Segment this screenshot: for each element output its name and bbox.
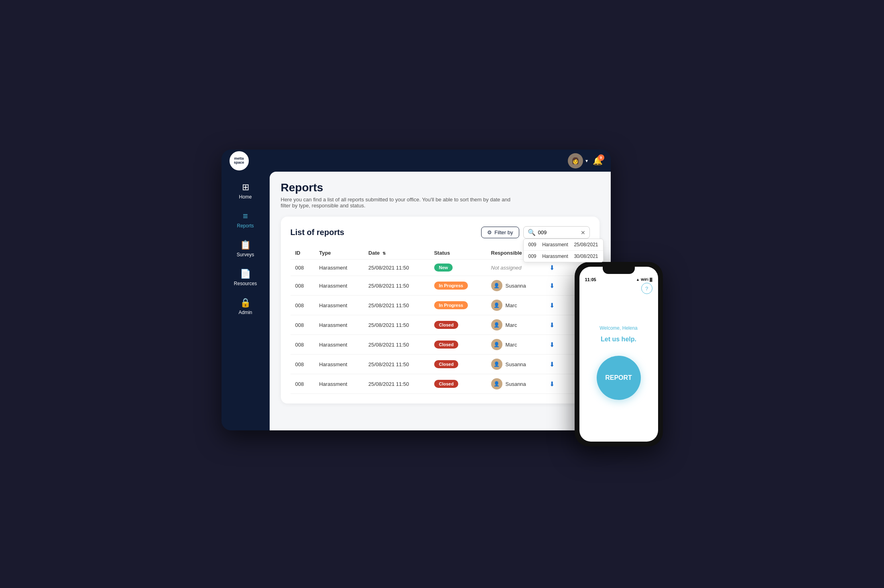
sidebar-item-resources[interactable]: 📄 Resources <box>228 265 264 290</box>
sidebar-item-admin[interactable]: 🔒 Admin <box>228 294 264 319</box>
phone: 11:05 ▲ WiFi ▓ ? Welcome, Helena Let us … <box>575 262 663 446</box>
responsible-name: Susanna <box>506 361 526 367</box>
phone-notch <box>603 267 635 274</box>
sidebar-item-reports[interactable]: ≡ Reports <box>228 207 264 233</box>
cell-id: 008 <box>291 296 315 315</box>
page-description: Here you can find a list of all reports … <box>281 197 514 209</box>
table-row[interactable]: 008 Harassment 25/08/2021 11:50 In Progr… <box>291 296 590 315</box>
main-content: Reports Here you can find a list of all … <box>270 172 611 430</box>
report-button[interactable]: REPORT <box>597 356 641 400</box>
status-badge: Closed <box>434 341 459 349</box>
sidebar-label-resources: Resources <box>234 281 257 286</box>
cell-status: Closed <box>429 374 486 394</box>
phone-main: Welcome, Helena Let us help. REPORT <box>579 284 658 442</box>
phone-headline: Let us help. <box>601 336 636 343</box>
filter-icon: ⚙ <box>487 229 492 235</box>
responsible-name: Marc <box>506 322 517 328</box>
surveys-icon: 📋 <box>240 240 251 250</box>
sidebar-label-home: Home <box>239 194 252 200</box>
download-icon[interactable]: ⬇ <box>549 282 555 289</box>
avatar: 👤 <box>491 300 502 311</box>
table-row[interactable]: 008 Harassment 25/08/2021 11:50 Closed 👤… <box>291 315 590 335</box>
cell-id: 008 <box>291 355 315 374</box>
tablet-body: ⊞ Home ≡ Reports 📋 Surveys 📄 Resources 🔒 <box>222 172 611 430</box>
download-icon[interactable]: ⬇ <box>549 361 555 368</box>
col-id: ID <box>291 247 315 260</box>
cell-id: 008 <box>291 260 315 276</box>
table-row[interactable]: 008 Harassment 25/08/2021 11:50 In Progr… <box>291 276 590 296</box>
search-icon: 🔍 <box>528 229 536 236</box>
col-date[interactable]: Date ⇅ <box>364 247 429 260</box>
reports-card: List of reports ⚙ Filter by 🔍 ✕ <box>281 217 599 403</box>
phone-screen: 11:05 ▲ WiFi ▓ ? Welcome, Helena Let us … <box>579 267 658 442</box>
sidebar: ⊞ Home ≡ Reports 📋 Surveys 📄 Resources 🔒 <box>222 172 270 430</box>
dropdown-date-2: 30/08/2021 <box>574 253 598 259</box>
tablet: metta space 👩 ▾ 🔔 9 ⊞ Home <box>222 150 611 430</box>
search-dropdown-item[interactable]: 009 Harassment 25/08/2021 <box>524 239 603 251</box>
cell-responsible: 👤 Susanna <box>486 355 545 374</box>
cell-date: 25/08/2021 11:50 <box>364 296 429 315</box>
download-icon[interactable]: ⬇ <box>549 341 555 348</box>
table-row[interactable]: 008 Harassment 25/08/2021 11:50 Closed 👤… <box>291 355 590 374</box>
status-badge: In Progress <box>434 301 468 309</box>
cell-id: 008 <box>291 335 315 355</box>
cell-type: Harassment <box>314 276 364 296</box>
table-row[interactable]: 008 Harassment 25/08/2021 11:50 Closed 👤… <box>291 374 590 394</box>
cell-status: Closed <box>429 315 486 335</box>
search-input[interactable] <box>538 229 578 235</box>
search-container: 🔍 ✕ 009 Harassment 25/08/2021 <box>523 226 590 239</box>
page-title: Reports <box>281 181 599 194</box>
status-badge: Closed <box>434 360 459 368</box>
search-dropdown-item[interactable]: 009 Harassment 30/08/2021 <box>524 251 603 262</box>
home-icon: ⊞ <box>242 182 249 193</box>
download-icon[interactable]: ⬇ <box>549 264 555 271</box>
responsible-cell: 👤 Marc <box>491 319 540 330</box>
cell-responsible: 👤 Susanna <box>486 374 545 394</box>
clear-search-icon[interactable]: ✕ <box>581 229 585 236</box>
tablet-header: metta space 👩 ▾ 🔔 9 <box>222 150 611 172</box>
responsible-name: Susanna <box>506 381 526 387</box>
download-icon[interactable]: ⬇ <box>549 381 555 387</box>
battery-icon: ▓ <box>650 278 652 282</box>
cell-status: Closed <box>429 355 486 374</box>
download-icon[interactable]: ⬇ <box>549 302 555 309</box>
table-row[interactable]: 008 Harassment 25/08/2021 11:50 Closed 👤… <box>291 335 590 355</box>
notification-count: 9 <box>598 154 604 161</box>
responsible-name: Susanna <box>506 283 526 289</box>
search-box: 🔍 ✕ <box>523 226 590 239</box>
col-status: Status <box>429 247 486 260</box>
sidebar-label-admin: Admin <box>238 310 252 315</box>
status-badge: Closed <box>434 380 459 388</box>
responsible-name: Marc <box>506 342 517 348</box>
admin-icon: 🔒 <box>240 298 251 308</box>
avatar: 👤 <box>491 359 502 370</box>
avatar: 👤 <box>491 378 502 389</box>
cell-type: Harassment <box>314 374 364 394</box>
download-icon[interactable]: ⬇ <box>549 322 555 328</box>
dropdown-type-1: Harassment <box>542 242 568 247</box>
dropdown-type-2: Harassment <box>542 253 568 259</box>
sidebar-item-home[interactable]: ⊞ Home <box>228 178 264 204</box>
cell-type: Harassment <box>314 315 364 335</box>
responsible-name: Marc <box>506 302 517 308</box>
search-dropdown: 009 Harassment 25/08/2021 009 Harassment… <box>523 239 604 262</box>
responsible-cell: 👤 Susanna <box>491 378 540 389</box>
help-button[interactable]: ? <box>641 283 652 294</box>
header-right: 👩 ▾ 🔔 9 <box>568 153 603 168</box>
cell-date: 25/08/2021 11:50 <box>364 260 429 276</box>
cell-type: Harassment <box>314 355 364 374</box>
dropdown-id-2: 009 <box>528 253 536 259</box>
avatar: 👩 <box>568 153 583 168</box>
filter-button[interactable]: ⚙ Filter by <box>481 227 519 238</box>
cell-type: Harassment <box>314 260 364 276</box>
cell-date: 25/08/2021 11:50 <box>364 335 429 355</box>
sidebar-item-surveys[interactable]: 📋 Surveys <box>228 236 264 262</box>
cell-responsible: 👤 Marc <box>486 315 545 335</box>
phone-status-bar: 11:05 ▲ WiFi ▓ <box>579 274 658 284</box>
status-badge: In Progress <box>434 282 468 290</box>
help-icon: ? <box>645 286 648 292</box>
user-avatar-wrap[interactable]: 👩 ▾ <box>568 153 588 168</box>
sidebar-label-surveys: Surveys <box>237 252 254 258</box>
notification-bell-wrap[interactable]: 🔔 9 <box>593 156 603 166</box>
phone-welcome: Welcome, Helena <box>599 325 638 331</box>
